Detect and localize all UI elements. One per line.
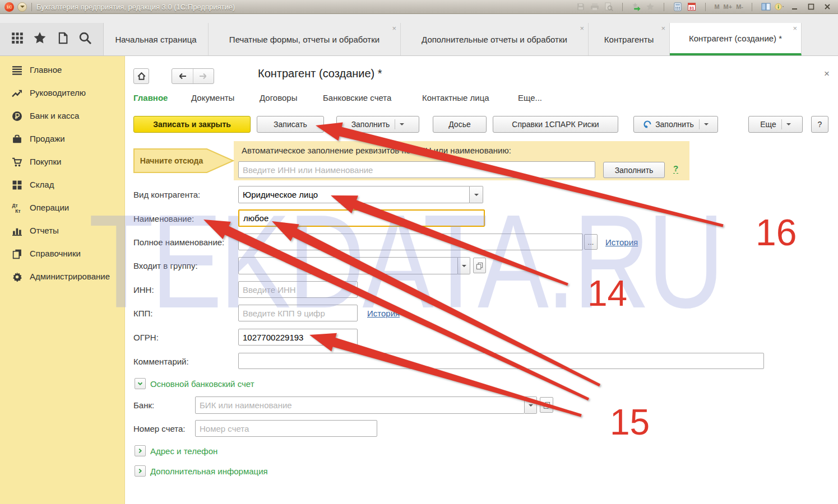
sidebar-item-manager[interactable]: Руководителю [0, 82, 124, 105]
kind-dropdown-button[interactable] [470, 186, 483, 203]
split-window-icon[interactable] [761, 2, 771, 12]
spark-references-button[interactable]: Справки 1СПАРК Риски [493, 116, 618, 133]
more-button[interactable]: Еще [748, 116, 803, 133]
name-label: Наименование: [133, 214, 194, 223]
formtab-bank-accounts[interactable]: Банковские счета [323, 93, 391, 102]
account-input[interactable] [195, 420, 377, 437]
formtab-contracts[interactable]: Договоры [260, 93, 297, 102]
calculator-icon[interactable] [673, 2, 683, 12]
fill-service-button[interactable]: Заполнить [633, 116, 718, 133]
sidebar-item-purchases[interactable]: Покупки [0, 151, 124, 174]
tab-close-icon[interactable] [793, 25, 797, 32]
address-section-header[interactable]: Адрес и телефон [150, 446, 217, 456]
autofill-help-link[interactable]: ? [673, 164, 678, 174]
autofill-input[interactable] [238, 161, 595, 178]
sidebar-item-warehouse[interactable]: Склад [0, 174, 124, 197]
save-button[interactable]: Записать [257, 116, 324, 133]
formtab-more[interactable]: Еще... [518, 93, 542, 102]
ogrn-input[interactable] [238, 329, 358, 346]
group-dropdown-button[interactable] [458, 257, 470, 274]
full-name-dots-button[interactable]: ... [584, 234, 598, 250]
additional-info-expand-button[interactable] [135, 465, 146, 477]
tab-close-icon[interactable] [661, 25, 665, 32]
forward-button[interactable] [193, 69, 214, 83]
help-button[interactable]: ? [811, 116, 828, 133]
calendar-31-icon[interactable]: 31 [687, 2, 697, 12]
kpp-history-link[interactable]: История [367, 309, 400, 318]
sidebar-item-bank-cash[interactable]: Банк и касса [0, 105, 124, 128]
books-icon [12, 249, 22, 259]
save-and-close-button[interactable]: Записать и закрыть [133, 116, 251, 133]
group-open-button[interactable] [473, 258, 486, 273]
chevron-down-icon[interactable] [699, 119, 709, 129]
open-list-icon [543, 402, 550, 409]
add-favorite-icon[interactable] [631, 2, 641, 12]
tab-print-forms[interactable]: Печатные формы, отчеты и обработки [209, 23, 401, 55]
name-input[interactable] [238, 209, 485, 227]
kpp-input[interactable] [238, 305, 358, 321]
tab-additional-reports[interactable]: Дополнительные отчеты и обработки [401, 23, 589, 55]
chevron-down-icon[interactable] [395, 119, 404, 129]
memory-minus-button[interactable]: M- [736, 3, 743, 10]
autofill-fill-button[interactable]: Заполнить [603, 162, 665, 178]
inn-input[interactable] [238, 281, 358, 298]
print-preview-icon[interactable] [604, 2, 614, 12]
chevron-down-icon[interactable] [781, 119, 791, 129]
minimize-button[interactable] [789, 2, 801, 12]
info-icon[interactable] [775, 2, 785, 12]
sidebar-item-sales[interactable]: Продажи [0, 128, 124, 151]
form-close-icon[interactable] [824, 68, 830, 80]
divider [752, 3, 752, 11]
maximize-button[interactable] [805, 2, 817, 12]
full-name-input[interactable] [238, 234, 583, 250]
full-name-history-link[interactable]: История [605, 237, 638, 247]
bank-open-button[interactable] [540, 397, 553, 413]
fill-button[interactable]: Заполнить [336, 116, 419, 133]
ogrn-label: ОГРН: [133, 333, 159, 342]
kind-label: Вид контрагента: [133, 190, 200, 199]
main-menu-icon[interactable] [17, 2, 27, 12]
print-icon[interactable] [590, 2, 600, 12]
group-select[interactable] [238, 257, 458, 274]
dossier-button[interactable]: Досье [433, 116, 487, 133]
sidebar-item-reports[interactable]: Отчеты [0, 220, 124, 242]
favorites-icon[interactable] [645, 2, 655, 12]
tab-home[interactable]: Начальная страница [104, 23, 209, 55]
sidebar-item-operations[interactable]: ДтКт Операции [0, 197, 124, 220]
memory-recall-button[interactable]: M [714, 3, 719, 10]
tab-close-icon[interactable] [580, 25, 584, 32]
tab-close-icon[interactable] [392, 25, 396, 32]
close-window-button[interactable] [821, 2, 834, 12]
tabstrip-tools [0, 23, 104, 55]
bank-section-header[interactable]: Основной банковский счет [150, 379, 254, 389]
address-section-expand-button[interactable] [135, 445, 146, 456]
formtab-documents[interactable]: Документы [191, 93, 234, 102]
search-icon[interactable] [78, 31, 92, 47]
sidebar-item-directories[interactable]: Справочники [0, 242, 124, 265]
sections-grid-icon[interactable] [11, 32, 24, 46]
tab-counterparties[interactable]: Контрагенты [589, 23, 670, 55]
bank-dropdown-button[interactable] [525, 396, 537, 414]
bank-section-collapse-button[interactable] [135, 378, 146, 389]
window-titlebar: 1С Бухгалтерия предприятия, редакция 3.0… [0, 0, 838, 14]
gear-icon [12, 272, 22, 282]
kind-select[interactable]: Юридическое лицо [238, 186, 470, 203]
favorites-star-icon[interactable] [33, 31, 47, 47]
autofill-panel: Автоматическое заполнение реквизитов по … [234, 141, 689, 180]
bank-input[interactable] [195, 396, 525, 414]
comment-input[interactable] [238, 353, 764, 369]
tab-counterparty-new[interactable]: Контрагент (создание) * [670, 23, 802, 55]
formtab-contact-persons[interactable]: Контактные лица [422, 93, 489, 102]
bank-label: Банк: [133, 400, 154, 410]
back-button[interactable] [172, 69, 193, 83]
history-icon[interactable] [57, 31, 69, 47]
additional-info-section-header[interactable]: Дополнительная информация [150, 466, 268, 476]
nav-history-group [172, 68, 214, 84]
sidebar-item-administration[interactable]: Администрирование [0, 265, 124, 288]
formtab-main[interactable]: Главное [133, 93, 168, 102]
memory-plus-button[interactable]: M+ [724, 3, 733, 10]
home-button[interactable] [133, 68, 149, 84]
sidebar-item-main[interactable]: Главное [0, 59, 124, 82]
save-icon[interactable] [576, 2, 586, 12]
account-label: Номер счета: [133, 424, 186, 433]
